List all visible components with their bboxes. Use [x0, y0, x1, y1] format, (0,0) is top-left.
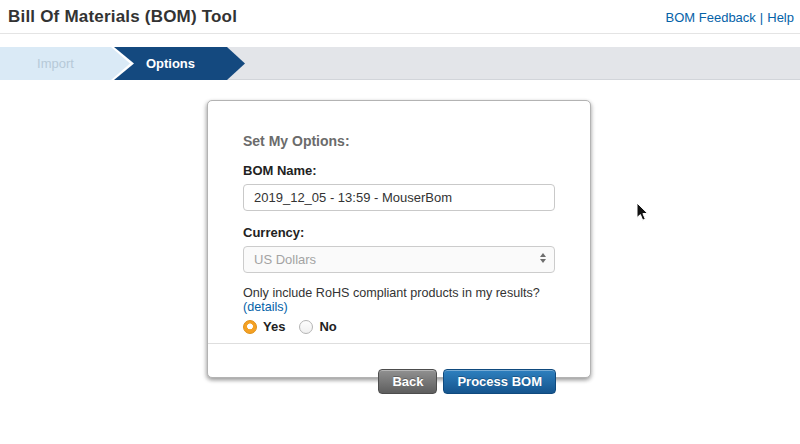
currency-label: Currency: [243, 225, 555, 240]
rohs-question-text: Only include RoHS compliant products in … [243, 286, 540, 300]
rohs-yes-radio[interactable] [243, 320, 257, 334]
back-button[interactable]: Back [378, 369, 437, 394]
process-bom-button[interactable]: Process BOM [443, 369, 556, 394]
page-header: Bill Of Materials (BOM) Tool BOM Feedbac… [0, 0, 800, 34]
step-import[interactable]: Import [0, 47, 130, 80]
bom-name-input[interactable] [243, 184, 555, 211]
step-import-label: Import [0, 47, 111, 80]
link-separator: | [760, 10, 763, 25]
rohs-question: Only include RoHS compliant products in … [243, 286, 555, 314]
dialog-heading: Set My Options: [243, 133, 555, 149]
rohs-yes-label: Yes [263, 319, 285, 334]
help-link[interactable]: Help [767, 10, 794, 25]
currency-selected-value: US Dollars [244, 247, 554, 272]
rohs-no-radio[interactable] [299, 320, 313, 334]
header-links: BOM Feedback|Help [666, 10, 794, 25]
dialog-footer: Back Process BOM [208, 344, 590, 394]
currency-select[interactable]: US Dollars [243, 246, 555, 273]
step-progress-bar: Options Import [0, 47, 800, 80]
rohs-radio-group: Yes No [243, 319, 555, 334]
select-stepper-icon [540, 253, 546, 263]
rohs-no-label: No [319, 319, 336, 334]
page-title: Bill Of Materials (BOM) Tool [8, 7, 237, 27]
bom-name-label: BOM Name: [243, 163, 555, 178]
mouse-cursor-icon [636, 202, 650, 222]
bom-feedback-link[interactable]: BOM Feedback [666, 10, 756, 25]
options-dialog: Set My Options: BOM Name: Currency: US D… [207, 100, 591, 378]
details-link[interactable]: (details) [243, 300, 288, 314]
